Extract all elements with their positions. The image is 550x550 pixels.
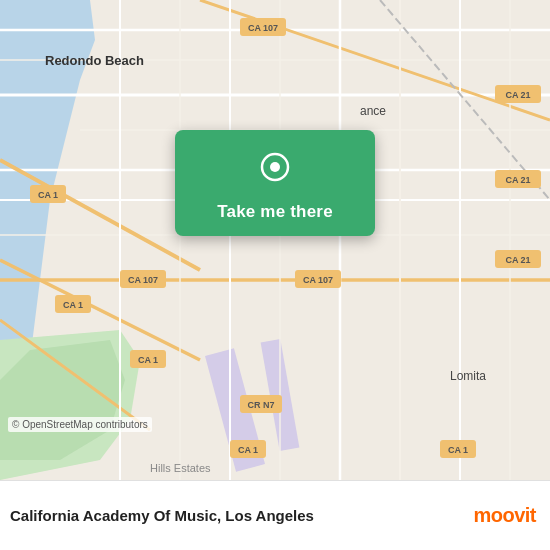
svg-text:CA 21: CA 21 (505, 90, 530, 100)
svg-text:ance: ance (360, 104, 386, 118)
svg-text:CA 21: CA 21 (505, 175, 530, 185)
map-container: CA 107 CA 107 CA 107 CA 1 CA 1 CA 1 CA 2… (0, 0, 550, 480)
svg-text:Hills Estates: Hills Estates (150, 462, 211, 474)
svg-text:CA 21: CA 21 (505, 255, 530, 265)
svg-text:CA 107: CA 107 (248, 23, 278, 33)
svg-text:CR N7: CR N7 (247, 400, 274, 410)
svg-text:CA 1: CA 1 (138, 355, 158, 365)
svg-text:CA 1: CA 1 (63, 300, 83, 310)
map-svg: CA 107 CA 107 CA 107 CA 1 CA 1 CA 1 CA 2… (0, 0, 550, 480)
svg-text:Redondo Beach: Redondo Beach (45, 53, 144, 68)
moovit-logo: moovit (473, 504, 536, 527)
moovit-logo-text: moovit (473, 504, 536, 527)
svg-point-57 (270, 162, 280, 172)
svg-text:CA 1: CA 1 (448, 445, 468, 455)
svg-text:CA 107: CA 107 (303, 275, 333, 285)
location-pin-icon (253, 148, 297, 192)
take-me-there-button[interactable]: Take me there (175, 130, 375, 236)
svg-text:CA 1: CA 1 (238, 445, 258, 455)
map-attribution: © OpenStreetMap contributors (8, 417, 152, 432)
svg-text:Lomita: Lomita (450, 369, 486, 383)
take-me-there-label: Take me there (217, 202, 333, 222)
bottom-bar: California Academy Of Music, Los Angeles… (0, 480, 550, 550)
svg-text:CA 107: CA 107 (128, 275, 158, 285)
svg-text:CA 1: CA 1 (38, 190, 58, 200)
place-name: California Academy Of Music, Los Angeles (10, 507, 473, 524)
